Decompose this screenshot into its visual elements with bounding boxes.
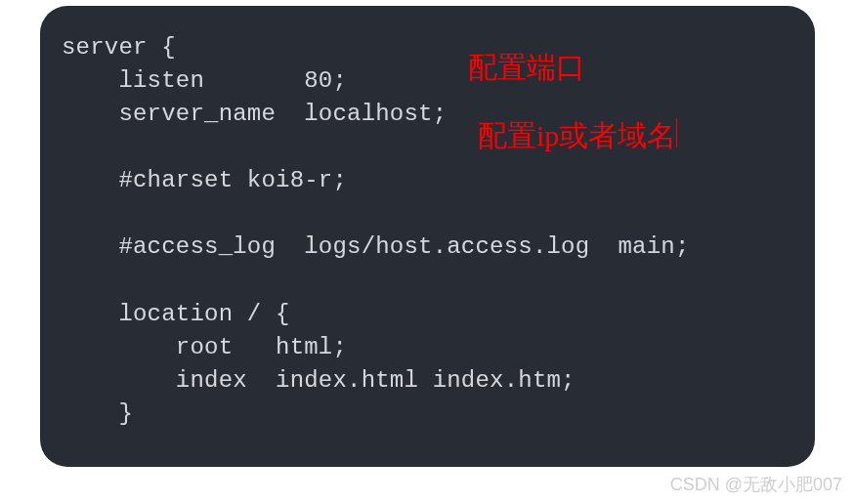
annotation-host-text: 配置ip或者域名 <box>478 119 676 151</box>
code-line-12: } <box>62 400 133 427</box>
code-line-5: #charset koi8-r; <box>62 167 347 193</box>
annotation-host: 配置ip或者域名 <box>478 115 677 157</box>
code-line-3: server_name localhost; <box>62 101 447 127</box>
code-line-9: location / { <box>62 301 290 327</box>
code-block: server { listen 80; server_name localhos… <box>40 6 815 467</box>
code-line-10: root html; <box>62 334 347 360</box>
code-line-11: index index.html index.htm; <box>62 367 576 394</box>
annotation-port: 配置端口 <box>468 47 585 89</box>
text-cursor-icon <box>676 118 677 147</box>
code-content: server { listen 80; server_name localhos… <box>62 31 793 431</box>
code-line-7: #access_log logs/host.access.log main; <box>62 233 690 260</box>
code-line-1: server { <box>62 34 176 61</box>
code-line-2: listen 80; <box>62 67 347 94</box>
watermark: CSDN @无敌小肥007 <box>670 473 842 496</box>
